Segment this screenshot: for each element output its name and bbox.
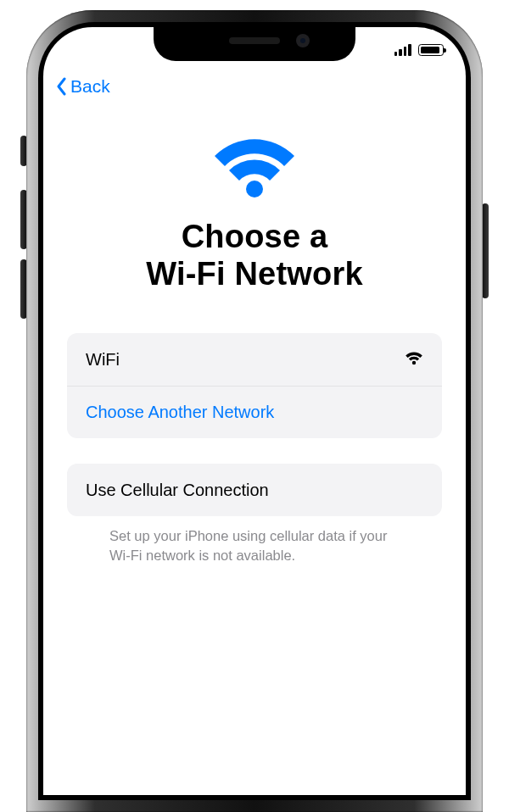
svg-point-1 bbox=[412, 361, 416, 364]
chevron-left-icon bbox=[55, 77, 67, 96]
notch bbox=[154, 27, 355, 61]
battery-icon bbox=[418, 44, 444, 56]
back-button[interactable]: Back bbox=[43, 73, 466, 100]
wifi-network-name: WiFi bbox=[86, 350, 120, 370]
phone-frame: Back Choose a Wi- bbox=[26, 10, 483, 812]
choose-another-network-label: Choose Another Network bbox=[86, 403, 274, 422]
choose-another-network-button[interactable]: Choose Another Network bbox=[67, 386, 442, 438]
back-label: Back bbox=[70, 76, 110, 97]
wifi-icon bbox=[210, 134, 299, 200]
wifi-networks-card: WiFi bbox=[67, 333, 442, 438]
use-cellular-button[interactable]: Use Cellular Connection bbox=[67, 464, 442, 516]
svg-point-0 bbox=[246, 181, 263, 197]
page-title: Choose a Wi-Fi Network bbox=[146, 219, 363, 292]
power-button[interactable] bbox=[482, 203, 489, 298]
wifi-signal-icon bbox=[405, 350, 423, 370]
wifi-network-item[interactable]: WiFi bbox=[67, 333, 442, 386]
cellular-signal-icon bbox=[394, 44, 411, 56]
cellular-hint: Set up your iPhone using cellular data i… bbox=[109, 526, 400, 565]
cellular-card: Use Cellular Connection bbox=[67, 464, 442, 516]
screen: Back Choose a Wi- bbox=[43, 27, 466, 795]
use-cellular-label: Use Cellular Connection bbox=[86, 481, 269, 500]
